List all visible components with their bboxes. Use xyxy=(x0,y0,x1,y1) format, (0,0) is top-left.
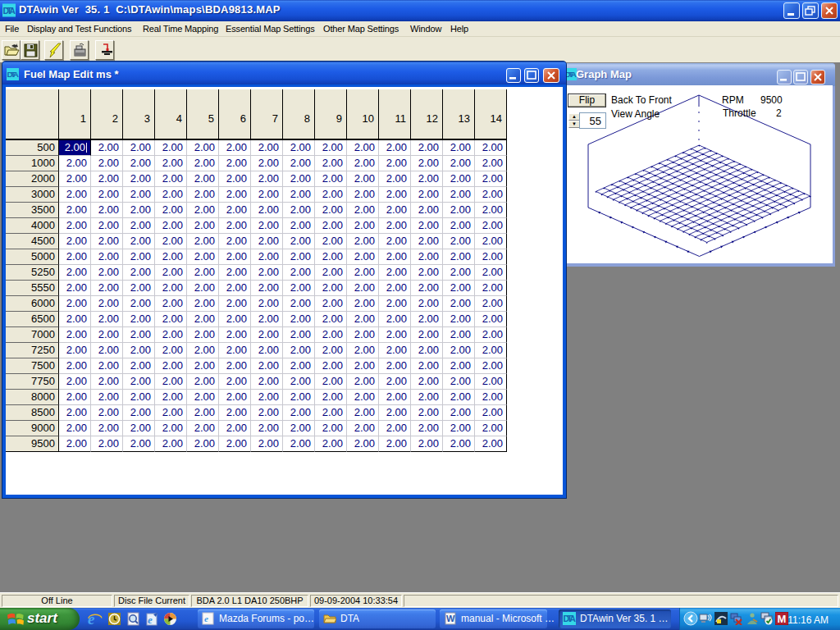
svg-text:e: e xyxy=(148,614,153,626)
svg-text:DTA: DTA xyxy=(564,70,576,79)
svg-text:e: e xyxy=(204,614,208,623)
svg-text:M: M xyxy=(778,613,787,625)
svg-text:DTA: DTA xyxy=(7,70,18,79)
svg-text:DTA: DTA xyxy=(2,6,16,16)
svg-text:W: W xyxy=(446,614,455,623)
svg-text:DTA: DTA xyxy=(563,614,576,623)
